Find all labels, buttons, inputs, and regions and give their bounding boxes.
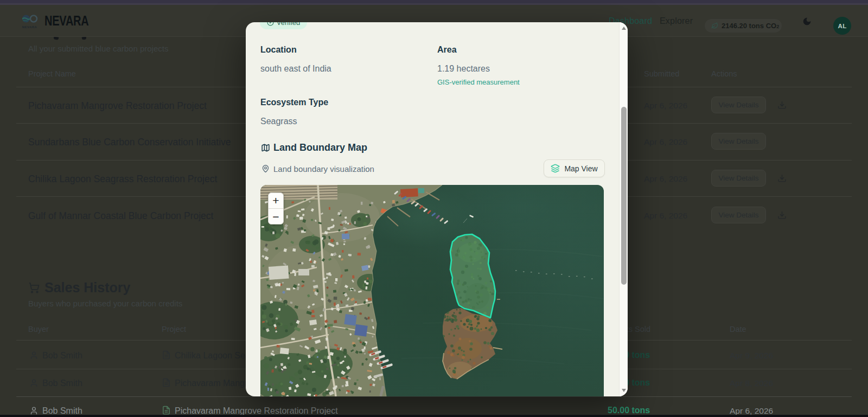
svg-text:NEVARA: NEVARA bbox=[22, 25, 37, 29]
